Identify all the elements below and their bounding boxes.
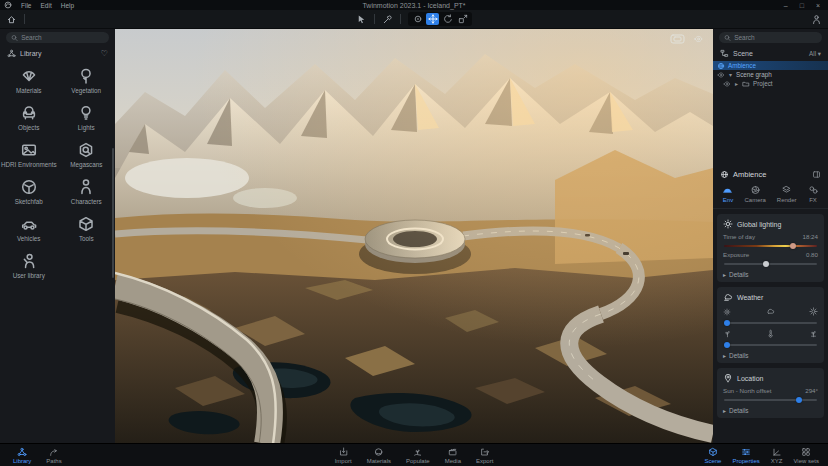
environment-dome-icon [722,185,733,195]
hdri-image-icon [20,141,38,159]
close-button[interactable]: × [816,2,820,9]
footer-properties[interactable]: Properties [732,447,759,464]
characters-person-icon [77,178,95,196]
main-toolbar [0,10,828,29]
twinmotion-logo-icon [4,1,12,9]
footer-export[interactable]: Export [476,447,493,464]
maximize-button[interactable]: □ [800,2,804,9]
minimize-button[interactable]: – [784,2,788,9]
scene-filter-dropdown[interactable]: All ▾ [809,50,821,57]
time-of-day-slider[interactable] [724,243,817,249]
footer-label: Import [335,458,352,464]
user-account-icon[interactable] [811,14,822,25]
expand-caret-icon[interactable]: ▸ [734,80,739,87]
library-panel: Library ♡ Materials Vegetation Objects [0,28,115,444]
library-search-input[interactable] [21,34,104,41]
menu-file[interactable]: File [21,2,31,9]
footer-paths[interactable]: Paths [46,447,61,464]
panel-toggle-icon[interactable] [812,170,821,179]
sketchfab-icon [20,178,38,196]
weather-details[interactable]: ▸ Details [723,352,818,359]
megascans-icon [77,141,95,159]
expand-caret-icon[interactable]: ▾ [728,71,733,78]
library-item-label: Vegetation [71,88,101,95]
eyedropper-icon[interactable] [382,14,393,25]
footer-media[interactable]: Media [445,447,461,464]
footer-import[interactable]: Import [335,447,352,464]
menu-help[interactable]: Help [61,2,74,9]
scene-filter-label: All [809,50,816,57]
library-item-materials[interactable]: Materials [0,67,58,95]
scene-search-input[interactable] [734,34,817,41]
scene-search[interactable] [719,32,822,43]
footer-label: Export [476,458,493,464]
translate-tool-button[interactable] [426,13,439,25]
tab-render[interactable]: Render [777,185,797,203]
visibility-eye-icon[interactable] [692,34,705,44]
thermometer-icon [766,329,775,338]
tools-cube-icon [77,215,95,233]
view-sets-grid-icon [801,447,811,457]
tab-env[interactable]: Env [722,185,733,203]
library-scrollbar[interactable] [112,148,114,278]
global-lighting-details[interactable]: ▸ Details [723,271,818,278]
select-mode-button[interactable] [411,13,424,25]
library-item-user-library[interactable]: User library [0,252,58,280]
footer-label: XYZ [771,458,783,464]
library-item-tools[interactable]: Tools [58,215,116,243]
library-item-characters[interactable]: Characters [58,178,116,206]
weather-slider[interactable] [724,320,817,326]
footer-label: Media [445,458,461,464]
gizmo-tool-group [408,12,472,26]
footer-scene[interactable]: Scene [704,447,721,464]
library-item-lights[interactable]: Lights [58,104,116,132]
visibility-eye-icon[interactable] [723,80,731,88]
footer-xyz[interactable]: XYZ [771,447,783,464]
location-details[interactable]: ▸ Details [723,407,818,414]
tab-fx[interactable]: FX [808,185,819,203]
footer-label: Scene [704,458,721,464]
title-bar: File Edit Help Twinmotion 2023.1 - Icela… [0,0,828,10]
scale-tool-button[interactable] [456,13,469,25]
footer-populate[interactable]: Populate [406,447,430,464]
footer-view-sets[interactable]: View sets [793,447,819,464]
sun-north-offset-value: 294° [805,387,818,394]
sun-north-offset-slider[interactable] [724,397,817,403]
exposure-slider[interactable] [724,261,817,267]
library-item-label: Sketchfab [15,199,43,206]
tree-item-scene-graph[interactable]: ▾ Scene graph [713,70,828,79]
library-item-megascans[interactable]: Megascans [58,141,116,169]
library-item-vehicles[interactable]: Vehicles [0,215,58,243]
camera-aperture-icon [750,185,761,195]
viewport-3d[interactable] [115,28,713,444]
favorites-heart-icon[interactable]: ♡ [101,50,108,58]
section-title: Location [737,375,763,382]
tree-item-label: Project [753,80,773,87]
library-item-label: Characters [71,199,102,206]
footer-materials[interactable]: Materials [367,447,391,464]
visibility-eye-icon[interactable] [717,71,725,79]
library-search[interactable] [6,32,109,43]
tree-item-project[interactable]: ▸ Project [713,79,828,88]
tab-label: Camera [744,197,765,203]
library-item-vegetation[interactable]: Vegetation [58,67,116,95]
library-item-hdri-environments[interactable]: HDRI Environments [0,141,58,169]
toolbar-separator [400,14,401,24]
safe-frame-icon[interactable] [670,34,685,44]
tree-item-ambience[interactable]: Ambience [713,61,828,70]
rotate-tool-button[interactable] [441,13,454,25]
select-cursor-icon[interactable] [356,14,367,25]
properties-sliders-icon [741,447,751,457]
library-item-sketchfab[interactable]: Sketchfab [0,178,58,206]
season-slider[interactable] [724,342,817,348]
menu-edit[interactable]: Edit [40,2,51,9]
time-of-day-value: 18:24 [803,233,818,240]
ambience-tabs: Env Camera Render FX [713,182,828,209]
footer-library[interactable]: Library [13,447,31,464]
home-icon[interactable] [6,14,17,25]
toolbar-separator [24,14,25,24]
section-title: Weather [737,294,763,301]
export-icon [480,447,490,457]
tab-camera[interactable]: Camera [744,185,765,203]
library-item-objects[interactable]: Objects [0,104,58,132]
